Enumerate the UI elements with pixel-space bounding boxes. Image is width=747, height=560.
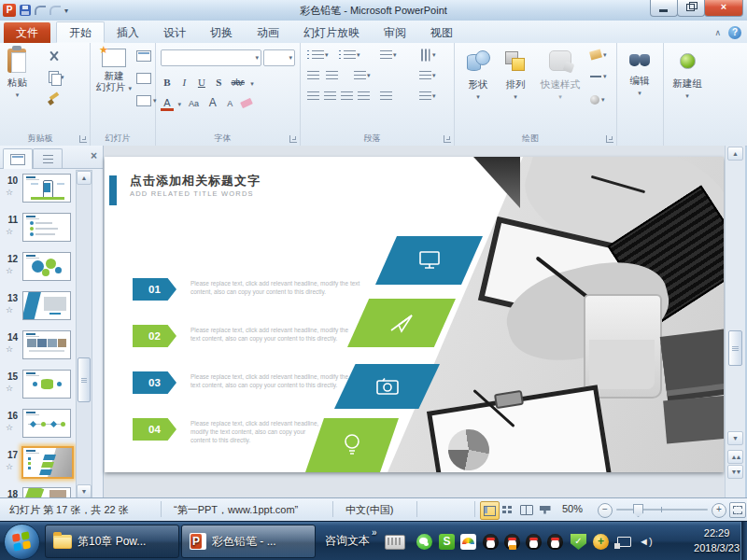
italic-button[interactable]: I (177, 77, 190, 88)
start-button[interactable] (4, 524, 40, 560)
shape-outline-button[interactable]: ▾ (590, 73, 607, 80)
tab-slideshow[interactable]: 幻灯片放映 (291, 22, 372, 43)
fit-to-window-button[interactable] (729, 502, 746, 518)
numbering-button[interactable]: ▾ (339, 50, 360, 60)
bullets-button[interactable]: ▾ (307, 50, 329, 60)
slide-13-thumbnail[interactable] (22, 291, 71, 320)
network-tray-icon[interactable] (617, 537, 631, 547)
font-color-button[interactable]: A (161, 97, 174, 111)
slideshow-button[interactable] (536, 501, 554, 518)
monitor-parallelogram[interactable] (375, 236, 483, 285)
slide-12-thumbnail[interactable] (22, 252, 71, 281)
shape-fill-button[interactable]: ▾ (590, 50, 607, 59)
paragraph-dialog-launcher-icon[interactable] (444, 135, 451, 143)
antivirus-ball-tray-icon[interactable]: + (593, 534, 609, 550)
scroll-down-icon[interactable]: ▼ (727, 431, 743, 445)
tab-review[interactable]: 审阅 (372, 22, 418, 43)
new-slide-button[interactable]: ★ 新建 幻灯片 ▾ (93, 49, 134, 94)
slide-subtitle[interactable]: ADD RELATED TITLE WORDS (130, 189, 254, 198)
text-shadow-button[interactable]: S (212, 77, 225, 88)
cut-button[interactable] (49, 50, 60, 62)
language-bar-keyboard-icon[interactable] (385, 535, 405, 550)
taskbar-clock[interactable]: 22:29 2018/3/23 (694, 525, 740, 555)
close-button[interactable]: × (704, 0, 743, 17)
slide-sorter-button[interactable] (499, 501, 516, 518)
security-shield-tray-icon[interactable]: ✓ (571, 534, 586, 550)
justify-button[interactable] (358, 91, 370, 101)
strikethrough-button[interactable]: abc (230, 77, 247, 87)
new-group-button[interactable]: 新建组▾ (667, 53, 708, 102)
slide-14-thumbnail[interactable] (22, 330, 71, 359)
paste-button[interactable]: 粘贴 ▾ (7, 49, 27, 101)
align-center-button[interactable] (324, 91, 336, 101)
tab-home[interactable]: 开始 (56, 21, 105, 43)
tab-view[interactable]: 视图 (418, 22, 465, 43)
animation-star-icon[interactable]: ☆ (6, 462, 13, 471)
font-dialog-launcher-icon[interactable] (289, 135, 297, 143)
tab-animations[interactable]: 动画 (245, 22, 291, 43)
smartart-button[interactable]: ▾ (419, 91, 436, 101)
vertical-scrollbar[interactable]: ▲ ▼ ▲▲ ▼▼ (725, 146, 745, 497)
animation-star-icon[interactable]: ☆ (6, 305, 13, 315)
format-painter-button[interactable] (49, 93, 60, 105)
tab-transitions[interactable]: 切换 (198, 22, 245, 43)
bold-button[interactable]: B (161, 77, 174, 88)
animation-star-icon[interactable]: ☆ (6, 384, 13, 393)
layout-button[interactable] (136, 50, 151, 62)
collapse-ribbon-icon[interactable]: ∧ (714, 28, 721, 37)
tab-slides-pane[interactable] (3, 148, 33, 169)
item-02-text[interactable]: Please replace text, click add relevant … (190, 326, 351, 343)
reading-view-button[interactable] (517, 501, 535, 518)
tab-outline-pane[interactable] (33, 148, 63, 169)
slide-10-thumbnail[interactable] (22, 174, 71, 203)
sogou-tray-icon[interactable]: S (439, 534, 455, 550)
item-04-text[interactable]: Please replace text, click add relevant … (190, 419, 321, 444)
item-01-badge[interactable]: 01 (133, 278, 176, 301)
animation-star-icon[interactable]: ☆ (6, 344, 13, 354)
scrollbar-thumb[interactable] (728, 330, 742, 366)
qq-tray-icon-3[interactable] (526, 534, 542, 550)
animation-star-icon[interactable]: ☆ (6, 423, 13, 432)
taskbar-item-powerpoint[interactable]: 彩色铅笔 - ... (181, 525, 316, 558)
item-03-badge[interactable]: 03 (133, 371, 176, 394)
clipboard-dialog-launcher-icon[interactable] (79, 135, 87, 143)
increase-indent-button[interactable] (326, 71, 338, 80)
zoom-percent[interactable]: 50% (562, 503, 583, 514)
qq-tray-icon-1[interactable] (483, 534, 499, 550)
next-slide-button[interactable]: ▼▼ (727, 465, 743, 479)
close-pane-icon[interactable]: × (91, 149, 97, 162)
zoom-slider-thumb[interactable] (633, 504, 643, 517)
sidebar-scrollbar[interactable]: ▲ ▼ (76, 170, 92, 499)
tab-design[interactable]: 设计 (151, 22, 198, 43)
browser-tray-icon[interactable] (460, 534, 476, 550)
line-spacing-button[interactable]: ▾ (380, 50, 397, 60)
item-04-badge[interactable]: 04 (133, 418, 176, 441)
font-name-combo[interactable]: ▾ (161, 49, 261, 66)
slide-18-thumbnail[interactable] (22, 487, 71, 497)
sidebar-scrollbar-thumb[interactable] (78, 357, 91, 402)
normal-view-button[interactable] (480, 501, 500, 520)
item-03-text[interactable]: Please replace text, click add relevant … (190, 372, 351, 389)
slide-17-thumbnail-selected[interactable] (21, 446, 74, 479)
reset-button[interactable] (136, 73, 151, 84)
underline-button[interactable]: U (195, 77, 208, 88)
align-right-button[interactable] (341, 91, 353, 101)
previous-slide-button[interactable]: ▲▲ (727, 450, 743, 464)
slide-16-thumbnail[interactable] (22, 409, 71, 438)
tab-file[interactable]: 文件 (4, 22, 50, 43)
zoom-out-button[interactable]: − (598, 503, 613, 518)
clear-formatting-icon[interactable] (240, 98, 253, 108)
shrink-font-button[interactable]: A (223, 99, 236, 108)
item-01-text[interactable]: Please replace text, click add relevant … (190, 279, 374, 296)
align-left-button[interactable] (307, 91, 319, 101)
minimize-button[interactable] (650, 0, 678, 17)
animation-star-icon[interactable]: ☆ (6, 227, 13, 236)
item-02-badge[interactable]: 02 (133, 325, 176, 347)
section-button[interactable]: ▾ (136, 95, 157, 106)
slide-canvas[interactable]: 点击添加相关标题文字 ADD RELATED TITLE WORDS 01 Pl… (105, 157, 724, 472)
scroll-up-icon[interactable]: ▲ (727, 147, 743, 161)
taskbar-toolbar[interactable]: 咨询文本 (325, 533, 370, 549)
restore-button[interactable] (677, 0, 705, 17)
sidebar-scroll-down-icon[interactable]: ▼ (77, 484, 92, 498)
shapes-button[interactable]: 形状▾ (461, 50, 495, 103)
